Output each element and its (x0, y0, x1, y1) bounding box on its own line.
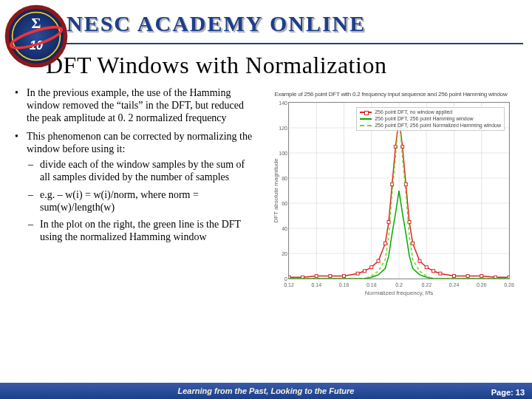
svg-rect-39 (412, 242, 415, 245)
svg-rect-46 (480, 275, 483, 278)
legend-swatch (360, 125, 372, 126)
bullet-text: This phenomenon can be corrected by norm… (27, 131, 252, 154)
legend-item: 256 point DFT, 256 point Normalized Hamm… (360, 123, 501, 129)
legend-item: 256 point DFT, no window applied (360, 109, 501, 116)
svg-rect-42 (432, 270, 435, 273)
svg-rect-26 (343, 275, 346, 278)
bullet-item: This phenomenon can be corrected by norm… (13, 130, 257, 243)
sub-bullet-list: divide each of the window samples by the… (27, 155, 257, 242)
legend: 256 point DFT, no window applied 256 poi… (356, 107, 505, 131)
svg-rect-44 (453, 275, 456, 278)
svg-rect-25 (329, 275, 332, 278)
footer: Learning from the Past, Looking to the F… (0, 383, 532, 399)
bullet-list: In the previous example, the use of the … (13, 86, 257, 243)
page-number: Page: 13 (491, 388, 525, 397)
legend-label: 256 point DFT, 256 point Hamming window (375, 116, 473, 123)
sub-bullet-item: In the plot on the right, the green line… (27, 218, 257, 243)
slide-title: DFT Windows with Normalization (0, 47, 532, 79)
sub-bullet-item: e.g. – w(i) = w(i)/norm, where norm = su… (27, 188, 257, 214)
header-rule (43, 43, 523, 44)
banner-title: NESC ACADEMY ONLINE (66, 11, 366, 36)
slide: NESC ACADEMY ONLINE Σ 10 DFT Windows wit… (0, 0, 532, 399)
footer-text: Learning from the Past, Looking to the F… (178, 386, 355, 395)
svg-rect-43 (439, 272, 442, 275)
chart: Example of 256 point DFT with 0.2 freque… (272, 91, 510, 296)
chart-column: Example of 256 point DFT with 0.2 freque… (263, 86, 519, 296)
svg-rect-30 (377, 259, 380, 262)
svg-rect-31 (383, 242, 386, 245)
y-axis-label: DFT absolute magnitude (273, 158, 279, 222)
chart-title: Example of 256 point DFT with 0.2 freque… (272, 91, 510, 98)
sub-bullet-item: divide each of the window samples by the… (27, 158, 257, 183)
legend-swatch (360, 112, 372, 113)
svg-rect-41 (425, 266, 428, 269)
nesc-logo: Σ 10 (3, 3, 69, 69)
svg-rect-45 (466, 275, 469, 278)
bullet-item: In the previous example, the use of the … (13, 86, 257, 124)
svg-rect-40 (418, 259, 421, 262)
legend-label: 256 point DFT, no window applied (375, 109, 452, 116)
svg-rect-24 (315, 275, 318, 278)
svg-rect-28 (363, 270, 366, 273)
text-column: In the previous example, the use of the … (13, 86, 257, 296)
header: NESC ACADEMY ONLINE (0, 0, 532, 47)
x-axis-label: Normalized frequency, f/fs (288, 290, 510, 296)
legend-item: 256 point DFT, 256 point Hamming window (360, 116, 501, 123)
body: In the previous example, the use of the … (0, 79, 532, 296)
plot-area: DFT absolute magnitude 256 point DFT, no… (288, 102, 510, 279)
svg-rect-27 (356, 272, 359, 275)
legend-label: 256 point DFT, 256 point Normalized Hamm… (375, 123, 501, 129)
svg-rect-29 (370, 266, 373, 269)
legend-swatch (360, 118, 372, 120)
